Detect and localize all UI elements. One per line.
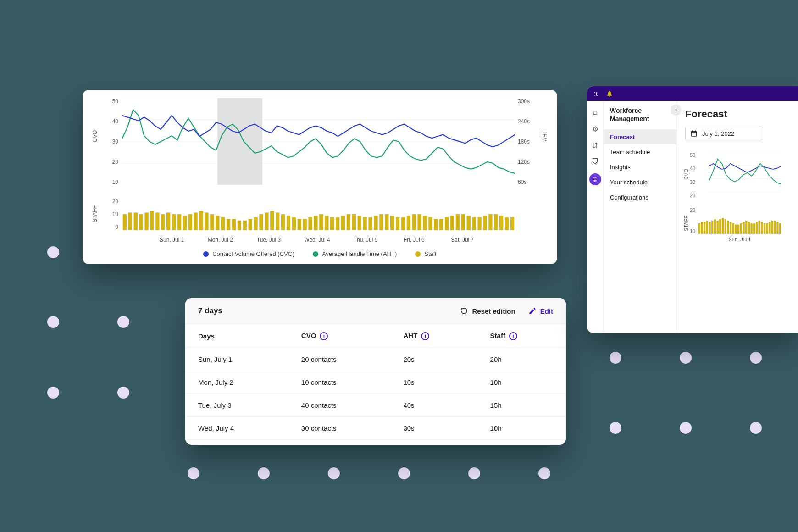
app-logo-icon[interactable]: ⁝t [592,89,600,98]
edit-icon [528,307,537,315]
axis-label-cvo: CVO [92,130,98,142]
edit-label: Edit [540,307,553,315]
dot-decor [680,422,692,434]
svg-rect-104 [756,222,758,234]
svg-rect-95 [732,223,734,234]
dot-decor [468,467,480,479]
svg-rect-41 [314,216,317,230]
nav-configurations[interactable]: Configurations [604,190,676,205]
calendar-icon [690,130,698,137]
svg-rect-27 [238,221,241,230]
svg-rect-85 [706,221,708,234]
home-icon[interactable]: ⌂ [590,107,600,117]
svg-rect-66 [450,216,454,230]
svg-rect-45 [336,217,339,230]
module-title: Workforce Management [604,106,676,129]
svg-rect-22 [210,214,214,230]
svg-rect-50 [363,217,366,230]
table-row[interactable]: Tue, July 340 contacts40s15h [185,394,566,417]
dot-decor [47,316,59,328]
info-icon[interactable]: i [509,332,517,340]
svg-rect-19 [194,212,198,230]
svg-rect-101 [748,222,750,234]
reset-icon [460,307,468,315]
svg-rect-106 [761,222,763,234]
svg-rect-107 [764,223,765,234]
svg-rect-98 [740,223,742,234]
legend-item[interactable]: Staff [415,250,437,257]
svg-rect-54 [385,214,388,230]
dot-decor [610,422,621,434]
dot-decor [47,246,59,258]
gear-icon[interactable]: ⚙ [590,124,600,134]
svg-rect-42 [319,214,323,230]
svg-rect-100 [745,221,747,234]
forecast-chart-card: CVO AHT 5040302010 300s240s180s120s60s S… [83,90,557,264]
staff-bar-chart[interactable]: STAFF 20100 Sun, Jul 1Mon, Jul 2Tue, Jul… [96,198,543,230]
legend-item[interactable]: Contact Volume Offered (CVO) [203,250,294,257]
axis-label-aht: AHT [542,130,548,141]
legend-item[interactable]: Average Handle Time (AHT) [313,250,397,257]
svg-rect-17 [183,216,187,230]
staff-y-ticks: 20100 [105,198,118,230]
page-title: Forecast [685,108,798,120]
notifications-icon[interactable] [605,89,614,98]
svg-rect-99 [743,222,744,234]
svg-rect-111 [774,221,776,234]
svg-rect-62 [428,217,432,230]
side-nav: ‹ Workforce Management ForecastTeam sche… [604,101,677,333]
svg-rect-58 [407,216,410,230]
shield-icon[interactable]: ⛉ [590,157,600,167]
reset-edition-label: Reset edition [472,307,515,315]
svg-rect-14 [166,212,170,230]
table-row[interactable]: Mon, July 210 contacts10s10h [185,371,566,394]
svg-rect-65 [445,217,449,230]
nav-forecast[interactable]: Forecast [604,129,676,144]
dot-decor [47,387,59,399]
dot-decor [328,467,340,479]
nav-team-schedule[interactable]: Team schedule [604,144,676,160]
svg-rect-61 [423,216,427,230]
flow-icon[interactable]: ⇵ [590,140,600,150]
nav-insights[interactable]: Insights [604,160,676,175]
svg-rect-57 [401,217,405,230]
svg-rect-60 [417,214,421,230]
table-row[interactable]: Wed, July 430 contacts30s10h [185,417,566,440]
info-icon[interactable]: i [421,332,429,340]
workforce-icon[interactable]: ☺ [589,173,601,185]
axis-label-staff: STAFF [92,205,98,222]
svg-rect-75 [499,216,503,230]
nav-your-schedule[interactable]: Your schedule [604,175,676,190]
table-row[interactable]: Sun, July 120 contacts20s20h [185,348,566,371]
mini-staff-chart[interactable]: STAFF 2010 Sun, Jul 1 [685,207,781,242]
reset-edition-button[interactable]: Reset edition [460,307,515,315]
svg-rect-86 [709,222,710,234]
svg-rect-103 [753,223,755,234]
info-icon[interactable]: i [320,332,328,340]
mini-line-chart[interactable]: CVO 50403020 [685,152,781,198]
svg-rect-35 [281,214,285,230]
svg-rect-72 [483,216,487,230]
svg-rect-92 [725,219,726,234]
svg-rect-31 [259,214,263,230]
svg-rect-5 [217,98,262,185]
date-picker[interactable]: July 1, 2022 [685,127,763,140]
svg-rect-51 [368,217,372,230]
svg-rect-88 [714,219,716,234]
line-chart[interactable]: CVO AHT 5040302010 300s240s180s120s60s [96,98,543,185]
col-days: Days [185,324,288,348]
svg-rect-34 [276,212,279,230]
svg-rect-73 [488,214,492,230]
svg-rect-109 [769,222,770,234]
edit-button[interactable]: Edit [528,307,553,315]
svg-rect-13 [161,214,165,230]
col-aht: AHTi [390,324,477,348]
app-window: ⁝t ⌂ ⚙ ⇵ ⛉ ☺ ‹ Workforce Management Fore… [587,86,798,333]
svg-rect-112 [776,222,778,234]
dot-decor [750,422,762,434]
svg-rect-20 [199,211,203,230]
svg-rect-36 [287,216,290,230]
svg-rect-93 [727,221,729,234]
collapse-nav-icon[interactable]: ‹ [671,105,681,115]
svg-rect-64 [439,219,443,230]
